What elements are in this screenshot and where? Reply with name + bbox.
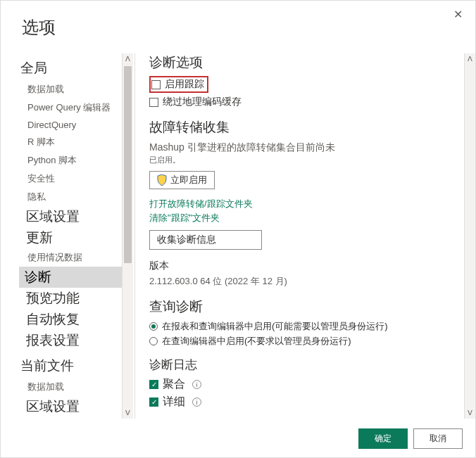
- info-icon[interactable]: i: [192, 397, 201, 407]
- nav-privacy[interactable]: 隐私: [20, 188, 123, 206]
- nav-pq-editor[interactable]: Power Query 编辑器: [20, 98, 123, 117]
- dialog-body: 全局 数据加载 Power Query 编辑器 DirectQuery R 脚本…: [1, 53, 475, 419]
- nav-preview[interactable]: 预览功能: [20, 288, 123, 309]
- close-button[interactable]: ✕: [448, 5, 468, 24]
- open-folder-link[interactable]: 打开故障转储/跟踪文件夹: [149, 198, 458, 210]
- radio-report-and-editor[interactable]: [149, 322, 158, 331]
- sidebar: 全局 数据加载 Power Query 编辑器 DirectQuery R 脚本…: [1, 53, 133, 419]
- nav-updates[interactable]: 更新: [20, 227, 123, 248]
- version-label: 版本: [149, 260, 458, 272]
- scroll-up-icon[interactable]: ᐱ: [465, 53, 475, 65]
- crash-dump-header: 故障转储收集: [149, 118, 458, 136]
- detailed-label: 详细: [163, 395, 185, 409]
- scroll-thumb[interactable]: [124, 66, 132, 263]
- sidebar-group-global: 全局: [20, 59, 123, 77]
- cancel-button[interactable]: 取消: [413, 428, 463, 449]
- crash-dump-desc2: 已启用。: [149, 155, 458, 165]
- dialog-footer: 确定 取消: [358, 428, 463, 449]
- scroll-down-icon[interactable]: ᐯ: [465, 407, 475, 419]
- nav-security[interactable]: 安全性: [20, 170, 123, 188]
- enable-tracing-highlight: 启用跟踪: [149, 76, 208, 93]
- info-icon[interactable]: i: [192, 380, 201, 389]
- enable-tracing-checkbox[interactable]: [151, 80, 161, 89]
- aggregate-label: 聚合: [163, 377, 185, 392]
- scroll-up-icon[interactable]: ᐱ: [123, 53, 133, 65]
- ok-button[interactable]: 确定: [358, 428, 408, 449]
- bypass-geocode-label: 绕过地理编码缓存: [163, 96, 242, 108]
- nav-report-settings[interactable]: 报表设置: [20, 330, 123, 351]
- radio2-label: 在查询编辑器中启用(不要求以管理员身份运行): [162, 335, 351, 348]
- detailed-checkbox[interactable]: ✓: [149, 397, 158, 407]
- enable-now-label: 立即启用: [170, 174, 207, 186]
- clear-folder-link[interactable]: 清除"跟踪"文件夹: [149, 212, 458, 224]
- nav-r-script[interactable]: R 脚本: [20, 133, 123, 151]
- nav-python-script[interactable]: Python 脚本: [20, 151, 123, 170]
- nav-diagnostics[interactable]: 诊断: [19, 267, 123, 288]
- enable-tracing-label: 启用跟踪: [165, 78, 204, 91]
- crash-dump-desc: Mashup 引擎进程的故障转储集合目前尚未: [149, 141, 458, 153]
- bypass-geocode-checkbox[interactable]: [149, 98, 158, 107]
- content-scrollbar[interactable]: ᐱ ᐯ: [464, 53, 475, 419]
- sidebar-scrollbar[interactable]: ᐱ ᐯ: [122, 53, 133, 419]
- query-diag-header: 查询诊断: [149, 298, 458, 316]
- radio-editor-only[interactable]: [149, 337, 158, 345]
- diag-log-header: 诊断日志: [149, 357, 458, 373]
- nav-cf-regional[interactable]: 区域设置: [20, 396, 123, 417]
- nav-cf-privacy[interactable]: 隐私: [20, 417, 123, 419]
- scroll-down-icon[interactable]: ᐯ: [123, 407, 133, 419]
- nav-usage-data[interactable]: 使用情况数据: [20, 248, 123, 267]
- dialog-title: 选项: [22, 16, 56, 39]
- aggregate-checkbox[interactable]: ✓: [149, 380, 158, 389]
- enable-now-button[interactable]: 立即启用: [149, 171, 215, 189]
- version-value: 2.112.603.0 64 位 (2022 年 12 月): [149, 275, 458, 288]
- diag-options-header: 诊断选项: [149, 53, 458, 72]
- content-pane: 诊断选项 启用跟踪 绕过地理编码缓存 故障转储收集 Mashup 引擎进程的故障…: [135, 53, 475, 419]
- nav-auto-recovery[interactable]: 自动恢复: [20, 309, 123, 330]
- radio1-label: 在报表和查询编辑器中启用(可能需要以管理员身份运行): [162, 320, 388, 333]
- shield-icon: [157, 174, 167, 186]
- nav-regional[interactable]: 区域设置: [20, 206, 123, 227]
- nav-data-load[interactable]: 数据加载: [20, 80, 123, 98]
- nav-directquery[interactable]: DirectQuery: [20, 117, 123, 133]
- nav-cf-data-load[interactable]: 数据加载: [20, 378, 123, 396]
- collect-diag-button[interactable]: 收集诊断信息: [149, 230, 262, 250]
- sidebar-group-currentfile: 当前文件: [20, 357, 123, 375]
